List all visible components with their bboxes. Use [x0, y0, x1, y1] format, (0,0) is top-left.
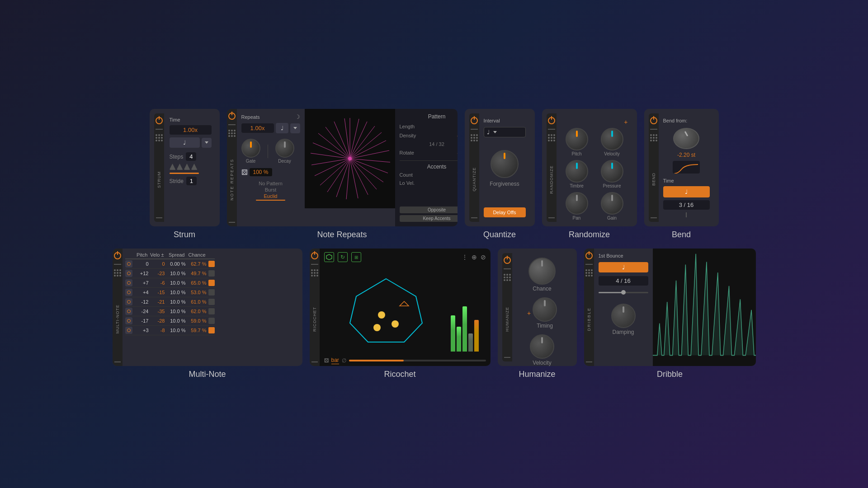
- strum-vert-label: STRUM: [157, 171, 161, 188]
- ric-icon-hex[interactable]: [324, 252, 334, 262]
- strum-grid-icon: [156, 134, 163, 141]
- nr-dice-icon[interactable]: ⚄: [241, 169, 248, 175]
- ric-power-icon[interactable]: [311, 252, 318, 259]
- mn-table-row: +4 -15 10.0 % 53.0 %: [125, 288, 215, 297]
- drib-power-icon[interactable]: [585, 252, 593, 259]
- drib-slider-thumb[interactable]: [621, 290, 626, 295]
- mn-row-power[interactable]: [125, 289, 132, 296]
- interval-select[interactable]: ♩: [484, 127, 526, 137]
- nr-opposite-btn[interactable]: Opposite: [400, 206, 458, 213]
- nr-dropdown-btn[interactable]: [290, 123, 300, 133]
- nr-rotate-label: Rotate: [400, 150, 414, 155]
- mn-row-power[interactable]: [125, 279, 132, 286]
- drib-note-btn[interactable]: ♩: [599, 262, 648, 272]
- mn-cell-velo: 0: [151, 261, 165, 267]
- bend-power-icon[interactable]: [650, 117, 657, 124]
- drib-damping-knob[interactable]: [611, 304, 636, 328]
- hu-vert-label: HUMANIZE: [505, 307, 509, 332]
- ric-dice-icon[interactable]: ⚄: [324, 357, 329, 364]
- quant-power-icon[interactable]: [471, 117, 478, 124]
- strum-power-icon[interactable]: [156, 117, 163, 124]
- hu-chance-knob[interactable]: [528, 258, 556, 285]
- delay-offs-btn[interactable]: Delay Offs: [484, 207, 526, 217]
- rand-plus-btn[interactable]: +: [624, 118, 627, 126]
- nr-count-label: Count: [400, 172, 413, 178]
- randomize-panel: RANDOMIZE + Pitch: [542, 109, 637, 226]
- mn-row-power[interactable]: [125, 308, 132, 315]
- hu-power-icon[interactable]: [504, 257, 511, 264]
- ric-icon-pin[interactable]: ⊘: [481, 253, 486, 261]
- hu-panel-label: Humanize: [498, 370, 577, 379]
- ric-icon-refresh[interactable]: ↻: [338, 252, 348, 262]
- ric-icon-note[interactable]: ⋮: [462, 253, 468, 261]
- bend-grid-icon: [650, 134, 657, 141]
- strum-time-display: 1.00x: [170, 125, 212, 135]
- ric-icon-grid[interactable]: ⊞: [351, 252, 361, 262]
- rand-timbre-knob[interactable]: [566, 160, 588, 183]
- mn-cell-spread: 10.0 %: [167, 328, 186, 333]
- bend-main-knob[interactable]: [673, 128, 699, 149]
- drib-time-slider[interactable]: [599, 292, 648, 293]
- step-arrow-2[interactable]: [177, 164, 183, 170]
- mn-row-power[interactable]: [125, 260, 132, 267]
- drib-waveform-viz: [653, 249, 756, 366]
- hu-grid-icon: [504, 274, 511, 281]
- ric-icon-target[interactable]: ⊕: [472, 253, 477, 261]
- step-arrow-4[interactable]: [191, 164, 198, 170]
- mn-col-spread: Spread: [166, 252, 185, 258]
- rand-pitch-knob[interactable]: [566, 128, 588, 150]
- step-arrow-1[interactable]: [170, 164, 176, 170]
- nr-density-label: Density: [400, 133, 416, 138]
- quant-panel-label: Quantize: [465, 230, 535, 239]
- nr-keep-accents-btn[interactable]: Keep Accents: [400, 215, 458, 222]
- hu-plus-btn[interactable]: +: [527, 310, 531, 317]
- strum-note-btn[interactable]: ♩: [170, 137, 200, 148]
- mn-table-row: -12 -21 10.0 % 61.0 %: [125, 297, 215, 307]
- rand-velocity-knob[interactable]: [601, 128, 623, 150]
- nr-decay-knob[interactable]: [275, 139, 294, 158]
- nr-grid-icon: [228, 130, 236, 137]
- bend-time-note-btn[interactable]: ♩: [663, 186, 710, 197]
- bend-value: -2.20 st: [677, 152, 695, 158]
- forgiveness-knob[interactable]: [491, 150, 519, 178]
- dribble-panel: DRIBBLE 1st Bounce ♩ 4 / 16: [584, 249, 756, 366]
- rand-gain-knob[interactable]: [601, 192, 623, 215]
- nr-pattern-burst[interactable]: Burst: [241, 187, 300, 192]
- mn-col-chance: Chance: [187, 252, 206, 258]
- hu-velocity-knob[interactable]: [530, 334, 554, 359]
- rand-pan-knob[interactable]: [566, 192, 588, 215]
- nr-gate-knob[interactable]: [241, 139, 260, 158]
- nr-lo-vel-label: Lo Vel.: [400, 180, 415, 186]
- mn-cell-spread: 10.0 %: [167, 318, 186, 324]
- mn-cell-velo: -28: [151, 318, 165, 324]
- rand-knobs-grid: Pitch Velocity Timbre: [561, 128, 628, 221]
- rand-power-icon[interactable]: [548, 117, 555, 124]
- mn-cell-velo: -23: [151, 271, 165, 276]
- mn-row-power[interactable]: [125, 317, 132, 324]
- svg-point-25: [348, 157, 352, 160]
- drib-bounce-label: 1st Bounce: [599, 253, 648, 258]
- drib-grid-icon: [585, 269, 593, 277]
- nr-pattern-euclid[interactable]: Euclid: [241, 193, 300, 199]
- mn-row-power[interactable]: [125, 327, 132, 334]
- nr-accents-label: Accents: [400, 164, 458, 170]
- mn-power-icon[interactable]: [114, 252, 121, 259]
- strum-dropdown-btn[interactable]: [202, 138, 212, 148]
- mn-row-power[interactable]: [125, 298, 132, 305]
- mn-row-power[interactable]: [125, 270, 132, 277]
- mn-cell-chance: 62.7 %: [188, 261, 207, 267]
- mn-table: Pitch Velo ± Spread Chance 0 0 0.00 % 62…: [123, 249, 217, 366]
- nr-power-icon[interactable]: [228, 113, 236, 120]
- stride-label: Stride: [170, 178, 184, 184]
- mn-col-pitch: Pitch: [134, 252, 148, 258]
- step-arrow-3[interactable]: [184, 164, 190, 170]
- svg-line-5: [350, 141, 386, 159]
- hu-timing-knob[interactable]: [533, 297, 557, 322]
- nr-note-btn[interactable]: ♩: [276, 123, 288, 133]
- humanize-panel: HUMANIZE Chance + Timi: [498, 249, 577, 366]
- rand-timbre-label: Timbre: [570, 183, 584, 188]
- rand-pressure-knob[interactable]: [601, 160, 623, 183]
- ric-progress-bar[interactable]: [349, 360, 486, 361]
- nr-pattern-none[interactable]: No Pattern: [241, 181, 300, 186]
- ric-null-icon[interactable]: ∅: [342, 357, 346, 364]
